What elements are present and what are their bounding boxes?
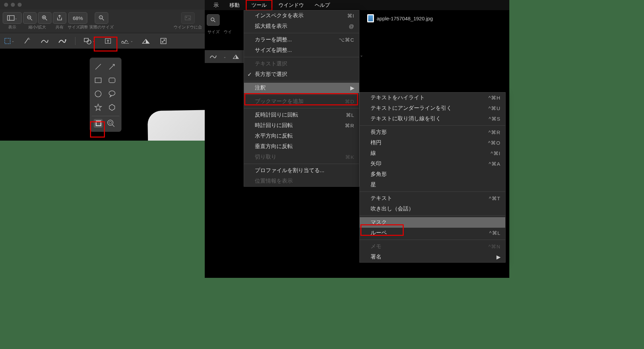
svg-line-3 xyxy=(30,19,32,20)
zoom-label: 縮小/拡大 xyxy=(28,24,46,30)
fit-window-button[interactable] xyxy=(181,12,195,24)
zoom-in-button[interactable] xyxy=(38,12,51,24)
shortcut-text: ^⌘L xyxy=(489,230,501,236)
annotate-menu-item[interactable]: テキストをハイライト^⌘H xyxy=(360,93,505,103)
preview-window-left: ⌄ 表示 縮小/拡大 共有 68% サイズ調整 xyxy=(0,0,205,141)
tools-menu-label: 時計回りに回転 xyxy=(255,122,293,129)
close-icon[interactable] xyxy=(4,3,8,7)
separator xyxy=(360,215,505,216)
menu-go[interactable]: 移動 xyxy=(225,1,244,10)
shortcut-text: ^⌘A xyxy=(489,161,501,167)
separator xyxy=(244,33,359,33)
separator xyxy=(244,164,359,164)
adjust-icon[interactable] xyxy=(232,54,239,59)
tools-menu-item[interactable]: プロファイルを割り当てる... xyxy=(244,165,359,176)
star-shape[interactable] xyxy=(94,103,103,112)
tools-menu-item[interactable]: 注釈▶ xyxy=(244,83,359,93)
tools-menu-item[interactable]: 拡大鏡を表示@ xyxy=(244,21,359,32)
annotate-menu-item[interactable]: テキストに取り消し線を引く^⌘S xyxy=(360,114,505,124)
annotate-menu-label: メモ xyxy=(371,243,381,250)
mask-shape[interactable] xyxy=(94,119,103,128)
zoom-out-button[interactable] xyxy=(23,12,37,24)
selection-tool[interactable]: ⌄ xyxy=(4,38,14,44)
annotate-menu-item[interactable]: 星 xyxy=(360,180,505,190)
tools-menu-item[interactable]: サイズを調整... xyxy=(244,45,359,56)
tools-menu-item[interactable]: 水平方向に反転 xyxy=(244,131,359,141)
menu-help[interactable]: ヘルプ xyxy=(310,1,335,10)
instant-alpha-tool[interactable] xyxy=(22,36,32,46)
chevron-down-icon[interactable]: ⌄ xyxy=(360,53,363,58)
tools-menu-label: 切り取り xyxy=(255,153,276,161)
shortcut-text: ^⌘R xyxy=(488,129,501,136)
annotate-menu-item[interactable]: 署名▶ xyxy=(360,252,505,262)
markup-toolbar-right: ⌄ xyxy=(205,50,244,63)
tools-menu-label: 水平方向に反転 xyxy=(255,132,293,140)
rounded-rectangle-shape[interactable] xyxy=(108,76,116,85)
submenu-arrow-icon: ▶ xyxy=(350,85,354,91)
tools-menu-item[interactable]: 垂直方向に反転 xyxy=(244,141,359,152)
menu-view[interactable]: 示 xyxy=(209,1,223,10)
search-button[interactable] xyxy=(207,14,220,26)
chevron-down-icon: ⌄ xyxy=(92,39,95,43)
text-tool[interactable]: T xyxy=(103,36,113,46)
tools-menu-label: 拡大鏡を表示 xyxy=(255,23,287,30)
tools-menu-item[interactable]: 反時計回りに回転⌘L xyxy=(244,110,359,120)
tools-menu-item[interactable]: 時計回りに回転⌘R xyxy=(244,120,359,131)
svg-text:T: T xyxy=(107,39,109,43)
tools-menu-item[interactable]: ✓長方形で選択 xyxy=(244,69,359,80)
adjust-color-tool[interactable] xyxy=(141,36,151,46)
view-button[interactable]: ⌄ xyxy=(3,12,22,24)
rectangle-shape[interactable] xyxy=(94,76,103,85)
actual-size-button[interactable]: 1 xyxy=(95,12,108,24)
svg-rect-13 xyxy=(5,38,10,44)
filename-bar: apple-1757048_1920.jpg xyxy=(367,14,433,22)
annotate-menu-item[interactable]: 線^⌘I xyxy=(360,148,505,159)
annotate-menu-item[interactable]: 矢印^⌘A xyxy=(360,159,505,169)
annotate-menu-item[interactable]: ルーペ^⌘L xyxy=(360,228,505,238)
separator xyxy=(92,116,119,116)
speech-bubble-shape[interactable] xyxy=(108,89,116,98)
tools-menu-item: テキスト選択 xyxy=(244,59,359,69)
annotate-menu-item[interactable]: テキストにアンダーラインを引く^⌘U xyxy=(360,103,505,114)
sketch-tool[interactable] xyxy=(40,36,49,46)
tools-menu-item[interactable]: カラーを調整...⌥⌘C xyxy=(244,35,359,45)
draw-tool[interactable] xyxy=(58,36,67,46)
annotate-menu-item[interactable]: 多角形 xyxy=(360,169,505,180)
shortcut-text: ⌘I xyxy=(347,13,354,19)
loupe-shape[interactable] xyxy=(107,119,115,128)
annotate-menu-label: 楕円 xyxy=(371,139,381,146)
draw-icon[interactable] xyxy=(209,54,217,59)
shortcut-text: ^⌘H xyxy=(488,95,501,101)
sign-tool[interactable]: ⌄ xyxy=(121,38,133,44)
svg-line-21 xyxy=(95,64,101,69)
annotate-menu-item[interactable]: マスク xyxy=(360,217,505,228)
adjust-size-tool[interactable] xyxy=(159,36,168,46)
shapes-tool[interactable]: ⌄ xyxy=(84,38,95,44)
zoom-icon[interactable] xyxy=(18,3,22,7)
tools-menu-label: サイズを調整... xyxy=(255,47,292,54)
svg-rect-27 xyxy=(96,121,101,126)
separator xyxy=(244,57,359,57)
share-button[interactable] xyxy=(53,12,66,24)
annotate-menu-label: 長方形 xyxy=(371,129,387,136)
hexagon-shape[interactable] xyxy=(108,103,116,112)
annotate-menu-item[interactable]: 長方形^⌘R xyxy=(360,127,505,138)
zoom-percent-button[interactable]: 68% xyxy=(68,12,87,24)
annotate-menu-label: 星 xyxy=(371,181,376,188)
menu-tools[interactable]: ツール xyxy=(246,0,272,11)
annotate-menu-item[interactable]: 楕円^⌘O xyxy=(360,138,505,148)
minimize-icon[interactable] xyxy=(11,3,15,7)
line-shape[interactable] xyxy=(94,62,103,71)
svg-point-29 xyxy=(109,121,112,124)
annotate-menu-item[interactable]: 吹き出し（会話） xyxy=(360,204,505,214)
tools-menu-item[interactable]: インスペクタを表示⌘I xyxy=(244,11,359,21)
chevron-down-icon: ⌄ xyxy=(12,39,14,43)
arrow-shape[interactable] xyxy=(108,62,116,71)
markup-toolbar: ⌄ ⌄ T ⌄ xyxy=(0,33,205,49)
shortcut-text: ⌘R xyxy=(345,123,354,129)
svg-point-28 xyxy=(108,120,113,125)
ellipse-shape[interactable] xyxy=(94,89,103,98)
menu-window[interactable]: ウインドウ xyxy=(274,1,309,10)
annotate-menu-label: テキストにアンダーラインを引く xyxy=(371,105,452,112)
annotate-menu-item[interactable]: テキスト^⌘T xyxy=(360,193,505,204)
